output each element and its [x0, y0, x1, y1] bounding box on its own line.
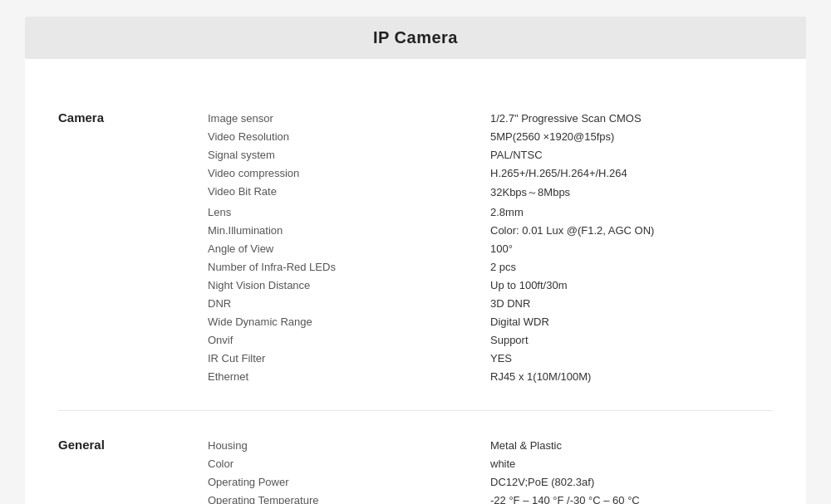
spec-value: PAL/NTSC	[490, 145, 773, 164]
section-label-general: General	[58, 436, 208, 504]
spec-table-camera: Image sensor1/2.7" Progressive Scan CMOS…	[208, 109, 773, 385]
spec-key: Operating Temperature	[208, 491, 490, 504]
spec-key: Video compression	[208, 164, 490, 182]
spec-key: Color	[208, 454, 490, 472]
content-area: CameraImage sensor1/2.7" Progressive Sca…	[25, 59, 806, 504]
spec-key: IR Cut Filter	[208, 349, 490, 367]
spec-key: Night Vision Distance	[208, 276, 490, 294]
spec-key: Angle of View	[208, 239, 490, 257]
spec-value: RJ45 x 1(10M/100M)	[490, 367, 773, 385]
spec-value: Digital WDR	[490, 312, 773, 330]
spec-value: -22 °F – 140 °F /-30 °C – 60 °C	[490, 491, 773, 504]
spec-key: Onvif	[208, 330, 490, 349]
spec-value: 2 pcs	[490, 257, 773, 276]
spec-key: Housing	[208, 436, 490, 454]
spec-table-general: HousingMetal & PlasticColorwhiteOperatin…	[208, 436, 773, 504]
spec-key: DNR	[208, 294, 490, 312]
page-container: IP Camera CameraImage sensor1/2.7" Progr…	[0, 0, 831, 504]
spec-value: 5MP(2560 ×1920@15fps)	[490, 127, 773, 145]
spec-value: Up to 100ft/30m	[490, 276, 773, 294]
page-title: IP Camera	[25, 28, 806, 47]
spec-value: 1/2.7" Progressive Scan CMOS	[490, 109, 773, 127]
spec-value: white	[490, 454, 773, 472]
spec-key: Min.Illumination	[208, 221, 490, 239]
spec-key: Ethernet	[208, 367, 490, 385]
spec-value: YES	[490, 349, 773, 367]
spec-key: Signal system	[208, 145, 490, 164]
spec-value: H.265+/H.265/H.264+/H.264	[490, 164, 773, 182]
spec-key: Video Resolution	[208, 127, 490, 145]
spec-value: 2.8mm	[490, 203, 773, 221]
spec-value: Color: 0.01 Lux @(F1.2, AGC ON)	[490, 221, 773, 239]
section-label-camera: Camera	[58, 109, 208, 385]
spec-key: Number of Infra-Red LEDs	[208, 257, 490, 276]
spec-key: Image sensor	[208, 109, 490, 127]
spec-key: Video Bit Rate	[208, 182, 490, 203]
spec-key: Wide Dynamic Range	[208, 312, 490, 330]
spec-section-general: GeneralHousingMetal & PlasticColorwhiteO…	[58, 410, 773, 504]
spec-key: Lens	[208, 203, 490, 221]
spec-value: Support	[490, 330, 773, 349]
spec-key: Operating Power	[208, 472, 490, 491]
spec-value: 100°	[490, 239, 773, 257]
spec-value: DC12V;PoE (802.3af)	[490, 472, 773, 491]
title-section: IP Camera	[25, 17, 806, 59]
spec-value: 3D DNR	[490, 294, 773, 312]
spec-value: Metal & Plastic	[490, 436, 773, 454]
spec-section-camera: CameraImage sensor1/2.7" Progressive Sca…	[58, 84, 773, 410]
spec-value: 32Kbps～8Mbps	[490, 182, 773, 203]
